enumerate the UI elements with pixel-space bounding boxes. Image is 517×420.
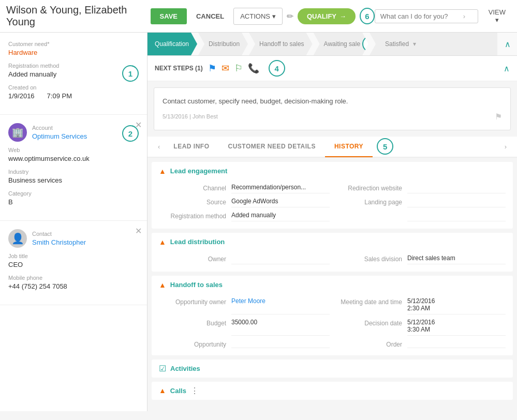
save-button[interactable]: SAVE: [151, 8, 187, 24]
main-content: Customer need* Hardware Registration met…: [0, 33, 517, 411]
lead-engagement-section: ▲ Lead engagement Channel Recommendation…: [152, 162, 513, 229]
account-icon: 🏢: [8, 123, 27, 142]
arrow-icon: →: [339, 12, 346, 20]
pipeline-step-awaiting[interactable]: Awaiting sale 3: [314, 33, 369, 55]
note-box: Contact customer, specify need, budget, …: [154, 87, 511, 130]
qualify-button[interactable]: QUALIFY →: [298, 8, 356, 24]
tabs-left-chevron[interactable]: ‹: [154, 137, 164, 157]
handoff-collapse-icon[interactable]: ▲: [159, 281, 166, 289]
top-bar-left: Wilson & Young, Elizabeth Young SAVE CAN…: [6, 4, 375, 28]
handoff-title[interactable]: Handoff to sales: [170, 281, 223, 289]
activities-title[interactable]: Activities: [170, 365, 200, 372]
mobile-phone-field: Mobile phone +44 (752) 254 7058: [8, 275, 139, 290]
search-input[interactable]: [380, 12, 463, 20]
activities-section: ☑ Activities: [152, 359, 513, 378]
contact-name[interactable]: Smith Christopher: [32, 238, 86, 246]
handoff-to-sales-section: ▲ Handoff to sales Opportunity owner Pet…: [152, 276, 513, 355]
history-content: ▲ Lead engagement Channel Recommendation…: [147, 158, 517, 412]
next-steps-bar: NEXT STEPS (1) ⚑ ✉ ⚐ 📞 4 ∧: [147, 56, 517, 81]
industry-field: Industry Business services: [8, 169, 139, 184]
pipeline-step-handoff[interactable]: Handoff to sales: [249, 33, 313, 55]
step-number-5[interactable]: 5: [377, 138, 393, 155]
step-number-1[interactable]: 1: [122, 65, 139, 82]
step-number-6[interactable]: 6: [360, 8, 375, 24]
lead-distribution-title[interactable]: Lead distribution: [170, 238, 225, 246]
calls-title[interactable]: Calls: [170, 387, 186, 395]
page-title: Wilson & Young, Elizabeth Young: [6, 4, 141, 28]
email-icon[interactable]: ✉: [221, 63, 229, 74]
steps-expand-icon[interactable]: ∧: [504, 64, 510, 73]
created-on-field: Created on 1/9/2016 7:09 PM: [8, 84, 139, 100]
close-contact-icon[interactable]: ✕: [135, 226, 142, 236]
lead-engagement-collapse-icon[interactable]: ▲: [159, 167, 166, 175]
tab-customer-need[interactable]: CUSTOMER NEED DETAILS: [219, 137, 325, 157]
actions-button[interactable]: ACTIONS ▾: [233, 8, 283, 25]
note-text: Contact customer, specify need, budget, …: [163, 96, 502, 107]
search-chevron-icon: ›: [463, 12, 465, 20]
right-panel: Qualification Distribution Handoff to sa…: [147, 33, 517, 411]
calls-collapse-icon[interactable]: ▲: [159, 386, 166, 395]
pipeline-step-distribution[interactable]: Distribution: [198, 33, 248, 55]
phone-icon[interactable]: 📞: [248, 63, 259, 74]
calls-menu-icon[interactable]: ⋮: [190, 386, 199, 396]
tabs-bar: ‹ LEAD INFO CUSTOMER NEED DETAILS HISTOR…: [147, 137, 517, 158]
contact-avatar: 👤: [8, 229, 27, 248]
left-panel: Customer need* Hardware Registration met…: [0, 33, 147, 411]
chevron-up-icon: ∧: [505, 39, 511, 49]
tab-history[interactable]: HISTORY: [325, 137, 373, 157]
tabs-right-chevron[interactable]: ›: [500, 137, 511, 157]
lead-distribution-collapse-icon[interactable]: ▲: [159, 238, 166, 246]
opportunity-owner-link[interactable]: Peter Moore: [231, 296, 330, 314]
lead-engagement-title[interactable]: Lead engagement: [170, 167, 228, 175]
customer-info-section: Customer need* Hardware Registration met…: [0, 33, 147, 115]
account-section: ✕ 🏢 Account Optimum Services Web www.opt…: [0, 115, 147, 221]
next-steps-label: NEXT STEPS (1): [155, 65, 203, 72]
lead-distribution-section: ▲ Lead distribution Owner Sales division…: [152, 233, 513, 272]
top-bar: Wilson & Young, Elizabeth Young SAVE CAN…: [0, 0, 517, 33]
step-number-2[interactable]: 2: [122, 125, 139, 142]
tab-lead-info[interactable]: LEAD INFO: [164, 137, 218, 157]
web-field: Web www.optimumservice.co.uk: [8, 147, 139, 162]
job-title-field: Job title CEO: [8, 253, 139, 268]
note-flag-icon[interactable]: ⚑: [495, 112, 502, 122]
activities-check-icon[interactable]: ☑: [159, 364, 166, 373]
pencil-icon[interactable]: ✏: [287, 11, 293, 21]
account-name[interactable]: Optimum Services: [32, 132, 87, 140]
step-number-4[interactable]: 4: [269, 60, 285, 77]
view-button[interactable]: VIEW ▾: [483, 4, 511, 28]
chevron-down-icon: ▾: [272, 12, 276, 20]
search-box[interactable]: ›: [375, 9, 478, 23]
bookmark-icon[interactable]: ⚐: [234, 63, 243, 74]
category-field: Category B: [8, 190, 139, 206]
flag-icon[interactable]: ⚑: [208, 63, 216, 74]
note-meta: 5/13/2016 | John Best ⚑: [163, 112, 502, 122]
pipeline-bar: Qualification Distribution Handoff to sa…: [147, 33, 517, 56]
pipeline-step-qualification[interactable]: Qualification: [147, 33, 197, 55]
pipeline-collapse-button[interactable]: ∧: [498, 33, 517, 55]
satisfied-chevron-icon[interactable]: ▾: [413, 40, 416, 48]
pipeline-step-satisfied[interactable]: Satisfied ▾: [370, 33, 497, 55]
registration-method-field: Registration method Added manually: [8, 63, 139, 78]
calls-section: ▲ Calls ⋮: [152, 382, 513, 400]
contact-section: ✕ 👤 Contact Smith Christopher Job title …: [0, 221, 147, 305]
cancel-button[interactable]: CANCEL: [191, 8, 229, 24]
customer-need-field: Customer need* Hardware: [8, 41, 139, 56]
